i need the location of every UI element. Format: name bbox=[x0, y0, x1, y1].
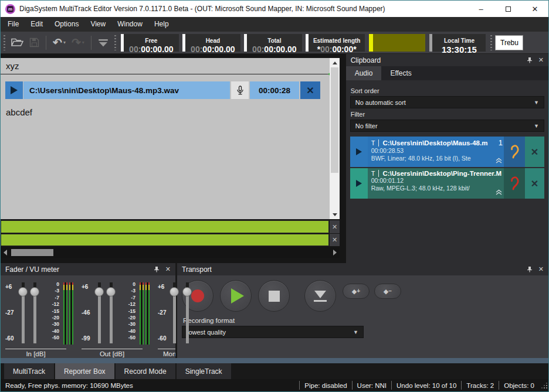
menu-edit[interactable]: Edit bbox=[25, 17, 49, 32]
scroll-down-icon[interactable] bbox=[333, 210, 337, 219]
play-button[interactable] bbox=[220, 280, 252, 312]
clipboard-panel: Clipboard ✕ Audio Effects Sort order No … bbox=[346, 54, 548, 263]
db-scale: 0 -3 -7 -12 -15 -20 -30 -40 -50 bbox=[119, 281, 135, 342]
toolbar-grip[interactable] bbox=[4, 35, 5, 50]
pin-icon[interactable] bbox=[527, 266, 533, 272]
prelisten-ear-icon[interactable] bbox=[504, 168, 525, 199]
prelisten-ear-icon[interactable] bbox=[504, 137, 525, 167]
fader-slider[interactable] bbox=[106, 282, 116, 343]
fader-group-out: +6 -46 -99 0 -3 -7 -12 -15 -20 -30 -40 -… bbox=[82, 281, 151, 358]
item-play-button[interactable] bbox=[350, 168, 368, 199]
item-remove-button[interactable]: ✕ bbox=[525, 168, 544, 199]
undo-icon[interactable]: ↶▾ bbox=[53, 38, 66, 48]
scrollbar-thumb[interactable] bbox=[331, 67, 338, 173]
item-file-path: C:\Users\nin\Desktop\Maus-48.m bbox=[382, 139, 497, 146]
menu-view[interactable]: View bbox=[84, 17, 111, 32]
stop-button[interactable] bbox=[258, 280, 290, 312]
fader-slider[interactable] bbox=[170, 282, 179, 343]
menu-file[interactable]: File bbox=[2, 17, 25, 32]
slider-knob[interactable] bbox=[18, 287, 28, 296]
clipboard-item[interactable]: T C:\Users\nin\Desktop\Ping-Trenner.M 00… bbox=[350, 168, 544, 199]
panel-title: Fader / VU meter bbox=[5, 265, 59, 274]
skip-to-end-button[interactable] bbox=[304, 280, 336, 312]
clip-file-path[interactable]: C:\Users\nin\Desktop\Maus-48.mp3.wav bbox=[23, 81, 230, 99]
fader-slider[interactable] bbox=[30, 282, 39, 343]
maximize-button[interactable] bbox=[494, 1, 521, 17]
tab-effects[interactable]: Effects bbox=[381, 66, 420, 80]
track-name[interactable]: xyz bbox=[6, 61, 19, 71]
chevron-double-up-icon[interactable] bbox=[496, 187, 502, 197]
slider-knob[interactable] bbox=[30, 287, 39, 296]
editor-column: xyz C:\Users\nin\Desktop\Maus-48.mp3.wav… bbox=[1, 54, 340, 263]
lane-close-button[interactable]: ✕ bbox=[330, 234, 340, 246]
track-lane[interactable] bbox=[1, 234, 329, 246]
scrollbar-thumb[interactable] bbox=[11, 249, 53, 256]
chevron-double-up-icon[interactable] bbox=[496, 155, 502, 166]
audio-clip-row: C:\Users\nin\Desktop\Maus-48.mp3.wav 00:… bbox=[5, 81, 320, 99]
tab-audio[interactable]: Audio bbox=[346, 66, 382, 80]
add-marker-button[interactable]: ◆+ bbox=[343, 284, 370, 299]
clip-play-button[interactable] bbox=[5, 81, 23, 99]
clipboard-tabs: Audio Effects bbox=[346, 66, 548, 80]
editor-horizontal-scrollbar[interactable] bbox=[1, 247, 340, 258]
fader-slider[interactable] bbox=[94, 282, 104, 343]
counter-local-time: Local Time 13:30:15 bbox=[429, 34, 486, 52]
toolbar-grip[interactable] bbox=[490, 35, 492, 50]
menu-window[interactable]: Window bbox=[111, 17, 148, 32]
menu-options[interactable]: Options bbox=[49, 17, 84, 32]
clipboard-item[interactable]: T C:\Users\nin\Desktop\Maus-48.m 1 00:00… bbox=[350, 137, 544, 167]
multitrack-editor-area[interactable]: xyz C:\Users\nin\Desktop\Maus-48.mp3.wav… bbox=[1, 58, 340, 219]
app-logo-icon: m bbox=[5, 4, 15, 14]
level-meter bbox=[369, 34, 425, 52]
sort-order-select[interactable]: No automatic sort▼ bbox=[350, 96, 544, 108]
toolbar-grip[interactable] bbox=[114, 35, 116, 50]
tab-singletrack[interactable]: SingleTrack bbox=[177, 363, 231, 379]
tab-record-mode[interactable]: Record Mode bbox=[116, 363, 175, 379]
status-pipe: Pipe: disabled bbox=[299, 381, 351, 390]
sort-order-label: Sort order bbox=[351, 87, 544, 94]
slider-knob[interactable] bbox=[106, 287, 116, 296]
fader-slider[interactable] bbox=[182, 282, 192, 343]
pin-icon[interactable] bbox=[154, 266, 160, 272]
close-panel-icon[interactable]: ✕ bbox=[538, 56, 544, 64]
scroll-up-icon[interactable] bbox=[333, 58, 337, 67]
pin-icon[interactable] bbox=[527, 57, 533, 63]
close-button[interactable]: ✕ bbox=[521, 1, 548, 17]
minimize-button[interactable]: – bbox=[467, 1, 494, 17]
fader-slider[interactable] bbox=[18, 282, 28, 343]
menu-help[interactable]: Help bbox=[148, 17, 175, 32]
clip-duration[interactable]: 00:00:28 bbox=[250, 81, 299, 99]
slider-knob[interactable] bbox=[182, 287, 192, 296]
close-panel-icon[interactable]: ✕ bbox=[165, 265, 171, 273]
lane-close-button[interactable]: ✕ bbox=[330, 220, 340, 233]
open-folder-icon[interactable] bbox=[11, 38, 23, 47]
tab-reporter-box[interactable]: Reporter Box bbox=[55, 363, 114, 379]
transport-panel: Transport ✕ ◆+ ◆− Recording format low bbox=[177, 263, 548, 358]
maximize-icon bbox=[506, 6, 511, 12]
resize-grip[interactable] bbox=[540, 381, 548, 390]
editor-vertical-scrollbar[interactable] bbox=[330, 58, 340, 219]
clip-remove-button[interactable]: ✕ bbox=[300, 81, 320, 99]
undo-dropdown-icon[interactable]: ▾ bbox=[63, 40, 66, 45]
microphone-button[interactable] bbox=[231, 81, 249, 99]
status-user: User: NNI bbox=[352, 381, 391, 390]
item-remove-button[interactable]: ✕ bbox=[525, 137, 544, 167]
font-button[interactable]: Trebu bbox=[495, 35, 523, 50]
db-scale: 0 -3 -7 -12 -15 -20 -30 -40 -50 bbox=[43, 281, 59, 342]
filter-select[interactable]: No filter▼ bbox=[350, 120, 544, 132]
close-panel-icon[interactable]: ✕ bbox=[538, 265, 544, 273]
marker-dropdown-icon[interactable] bbox=[98, 39, 109, 47]
slider-knob[interactable] bbox=[94, 287, 104, 296]
remove-marker-button[interactable]: ◆− bbox=[374, 284, 401, 299]
track-lane[interactable] bbox=[1, 220, 329, 233]
tab-multitrack[interactable]: MultiTrack bbox=[4, 363, 54, 379]
item-play-button[interactable] bbox=[350, 137, 368, 167]
slider-knob[interactable] bbox=[170, 287, 179, 296]
item-format: Raw, MPEG-L.3; 48.0 kHz, 128 kbit/ bbox=[371, 185, 503, 192]
track-note[interactable]: abcdef bbox=[6, 107, 32, 117]
scroll-left-icon[interactable] bbox=[1, 250, 10, 255]
recording-format-select[interactable]: lowest quality▼ bbox=[182, 326, 364, 338]
scroll-right-icon[interactable] bbox=[330, 250, 340, 255]
filter-label: Filter bbox=[351, 111, 544, 118]
app-window: m DigaSystem MultiTrack Editor Version 7… bbox=[0, 0, 549, 392]
